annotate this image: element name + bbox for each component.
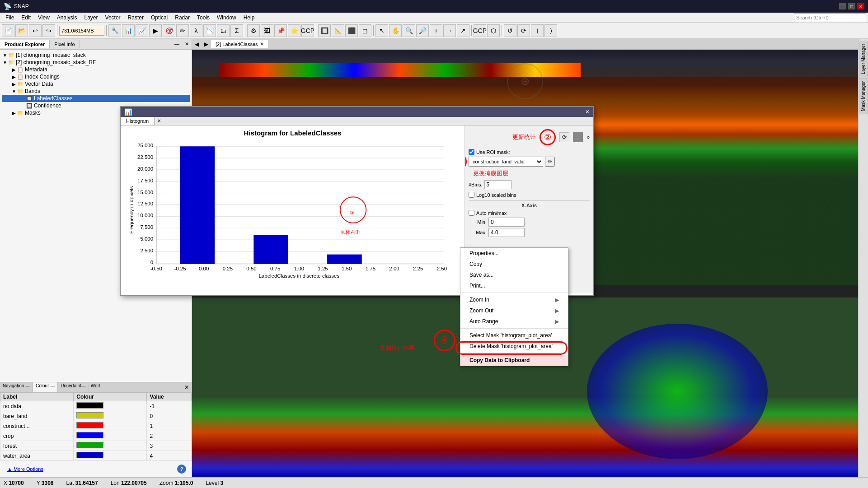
tree-item-labeledclasses[interactable]: 🔲 LabeledClasses [2, 95, 190, 102]
search-input[interactable] [794, 13, 866, 22]
tb-btn-8[interactable]: 📉 [203, 24, 216, 37]
tb-btn-20[interactable]: ↖ [375, 24, 388, 37]
tb-btn-32[interactable]: ⟩ [544, 24, 557, 37]
ctx-copy-data[interactable]: Copy Data to Clipboard [460, 355, 568, 366]
tab-pixel-info[interactable]: Pixel Info [50, 40, 80, 48]
color-row-nodata[interactable]: no data -1 [0, 401, 192, 411]
ctx-copy[interactable]: Copy [460, 259, 568, 270]
tb-btn-10[interactable]: Σ [230, 24, 243, 37]
tb-btn-21[interactable]: ✋ [389, 24, 402, 37]
tree-item-vectordata[interactable]: ▶ 📁 Vector Data [2, 80, 190, 88]
tree-item-stack1[interactable]: ▼ 📁 [1] chongming_mosaic_stack [2, 51, 190, 59]
tab-navigation[interactable]: Navigation --- [0, 382, 33, 392]
tb-btn-18[interactable]: ⬛ [345, 24, 358, 37]
tb-btn-19[interactable]: ◻ [359, 24, 371, 37]
tb-btn-6[interactable]: ✏ [176, 24, 189, 37]
tb-btn-11[interactable]: ⚙ [247, 24, 260, 37]
ctx-properties[interactable]: Properties... [460, 248, 568, 259]
help-btn[interactable]: ? [177, 465, 186, 474]
use-roi-checkbox[interactable] [469, 149, 474, 155]
tab-product-explorer[interactable]: Product Explorer [0, 40, 50, 48]
sidebar-layer-manager[interactable]: Layer Manager [859, 41, 868, 77]
hist-close-btn[interactable]: ✕ [585, 109, 590, 115]
maximize-button[interactable]: □ [848, 3, 855, 9]
tb-btn-26[interactable]: ↗ [457, 24, 469, 37]
tb-btn-3[interactable]: 📈 [136, 24, 148, 37]
new-btn[interactable]: 📄 [2, 24, 14, 37]
auto-minmax-checkbox[interactable] [469, 210, 474, 216]
color-row-crop[interactable]: crop 2 [0, 431, 192, 441]
tb-btn-14[interactable]: ⭐ [288, 24, 300, 37]
menu-radar[interactable]: Radar [171, 14, 193, 22]
nav-back-btn[interactable]: ◀ [192, 40, 202, 48]
tree-item-stack2[interactable]: ▼ 📁 [2] chongming_mosaic_stack_RF [2, 59, 190, 66]
tb-btn-22[interactable]: 🔍 [403, 24, 415, 37]
tb-btn-25[interactable]: → [443, 24, 456, 37]
hist-tab-close[interactable]: ✕ [155, 117, 164, 125]
tb-btn-9[interactable]: 🗂 [217, 24, 230, 37]
tb-btn-17[interactable]: 📐 [332, 24, 344, 37]
hist-tab[interactable]: Histogram [121, 117, 155, 125]
menu-file[interactable]: File [2, 14, 18, 22]
color-row-forest[interactable]: forest 3 [0, 441, 192, 451]
ctx-delete-mask[interactable]: Delete Mask 'histogram_plot_area' [460, 341, 568, 352]
tb-btn-28[interactable]: ⬡ [487, 24, 500, 37]
tb-btn-7[interactable]: λ [190, 24, 202, 37]
panel-minimize-btn[interactable]: — [172, 40, 182, 48]
tb-btn-12[interactable]: 🖼 [261, 24, 273, 37]
tree-item-bands[interactable]: ▼ 📁 Bands [2, 88, 190, 95]
menu-window[interactable]: Window [213, 14, 240, 22]
ctx-autorange[interactable]: Auto Range▶ [460, 316, 568, 327]
tab-world[interactable]: Worl [89, 382, 102, 392]
tb-btn-13[interactable]: 📌 [274, 24, 287, 37]
refresh-stats-btn[interactable]: ⟳ [559, 132, 569, 142]
min-input[interactable] [488, 218, 525, 227]
menu-vector[interactable]: Vector [102, 14, 124, 22]
ctx-zoomin[interactable]: Zoom In▶ [460, 294, 568, 305]
open-btn[interactable]: 📂 [15, 24, 28, 37]
color-row-bareland[interactable]: bare_land 0 [0, 411, 192, 421]
bins-input[interactable] [484, 180, 511, 189]
menu-tools[interactable]: Tools [193, 14, 213, 22]
menu-analysis[interactable]: Analysis [53, 14, 81, 22]
more-options-link[interactable]: ▲ More Options [4, 465, 47, 474]
nav-fwd-btn[interactable]: ▶ [202, 40, 211, 48]
tb-btn-29[interactable]: ↺ [504, 24, 516, 37]
coord-input[interactable] [59, 26, 104, 36]
tb-btn-1[interactable]: 🔧 [108, 24, 121, 37]
menu-edit[interactable]: Edit [18, 14, 34, 22]
tb-btn-15[interactable]: GCP [301, 24, 314, 37]
panel-close-btn[interactable]: ✕ [182, 40, 192, 48]
tb-btn-16[interactable]: 🔲 [318, 24, 331, 37]
tb-btn-30[interactable]: ⟳ [517, 24, 530, 37]
sidebar-mask-manager[interactable]: Mask Manager [859, 78, 868, 114]
tb-btn-2[interactable]: 📊 [122, 24, 135, 37]
menu-view[interactable]: View [34, 14, 53, 22]
ctx-select-mask[interactable]: Select Mask 'histogram_plot_area' [460, 330, 568, 341]
menu-help[interactable]: Help [240, 14, 258, 22]
redo-btn[interactable]: ↪ [42, 24, 55, 37]
view-tab-labeledclasses[interactable]: [2] LabeledClasses ✕ [211, 40, 268, 48]
tree-item-metadata[interactable]: ▶ 📋 Metadata [2, 66, 190, 73]
view-tab-close[interactable]: ✕ [260, 42, 263, 46]
menu-layer[interactable]: Layer [81, 14, 102, 22]
ctx-saveas[interactable]: Save as... [460, 270, 568, 280]
ctx-print[interactable]: Print... [460, 280, 568, 291]
tb-btn-27[interactable]: GCP [474, 24, 486, 37]
roi-dropdown[interactable]: construction_land_valid [469, 157, 543, 167]
tab-uncertainty[interactable]: Uncertaint--- [58, 382, 89, 392]
minimize-button[interactable]: — [839, 3, 846, 9]
tb-btn-4[interactable]: ▶ [149, 24, 162, 37]
tab-colour[interactable]: Colour --- [33, 382, 58, 392]
tb-btn-24[interactable]: + [430, 24, 442, 37]
color-row-construct[interactable]: construct... 1 [0, 421, 192, 431]
max-input[interactable] [488, 228, 525, 237]
tb-btn-23[interactable]: 🔎 [416, 24, 429, 37]
undo-btn[interactable]: ↩ [29, 24, 42, 37]
tb-btn-5[interactable]: 🎯 [163, 24, 175, 37]
close-button[interactable]: ✕ [857, 3, 864, 9]
histogram-titlebar[interactable]: 📊 ✕ [121, 107, 593, 117]
menu-raster[interactable]: Raster [124, 14, 147, 22]
color-row-waterarea[interactable]: water_area 4 [0, 451, 192, 461]
ctx-zoomout[interactable]: Zoom Out▶ [460, 305, 568, 316]
